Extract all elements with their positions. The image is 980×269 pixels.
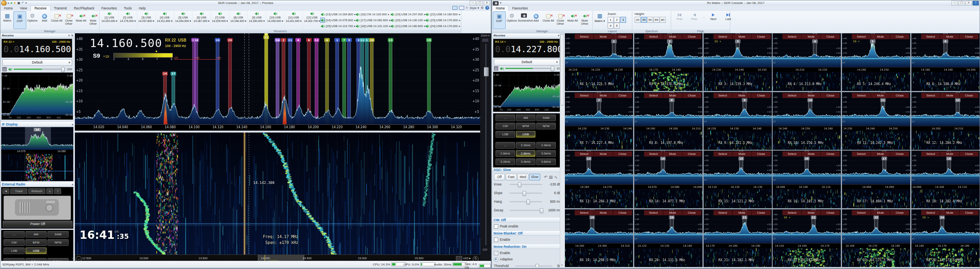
cell-close-button[interactable]: Close — [890, 34, 909, 39]
receive-panel-header[interactable]: Receive ▾ ✕ — [1, 33, 74, 38]
cell-select-button[interactable]: Select — [782, 151, 802, 156]
ribbon-button-close-other[interactable]: ▢✕Close Other — [554, 11, 566, 29]
agc-button-off[interactable]: Off — [494, 174, 505, 180]
frequency-display[interactable]: RX 22 ≡100 - 2900 Hz 0.014.160.500 — [2, 39, 72, 58]
sidebar-scrollbar[interactable]: ∨ — [560, 33, 564, 267]
page-first-button[interactable]: First — [673, 13, 686, 21]
receiver-button-4[interactable]: [4] USB14.211.500 ▾ — [156, 11, 174, 29]
collapse-icon[interactable]: ▴ — [72, 182, 73, 187]
agc-button-fast[interactable]: Fast — [506, 174, 517, 180]
hang-slider[interactable] — [510, 201, 542, 202]
cell-close-button[interactable]: Close — [960, 151, 979, 156]
cell-close-button[interactable]: Close — [682, 34, 702, 39]
matrix-cell-rx23[interactable]: SelectMuteCloseRX 23: 14.171.5 MHz — [842, 209, 910, 267]
if-spectrum-canvas[interactable] — [1, 127, 73, 150]
page-prev-button[interactable]: Prev — [688, 13, 701, 21]
cell-select-button[interactable]: Select — [782, 93, 802, 98]
matrix-cell-rx16[interactable]: SelectMuteCloseRX 16: 14.101.5 MHz — [773, 151, 841, 208]
ribbon-button-screenshot[interactable]: Screenshot — [518, 11, 530, 29]
receiver-item-22[interactable]: [22] USB 14.160.500▸ — [425, 11, 460, 17]
receiver-button-1[interactable]: [1] USB14.220.000 ▾ — [100, 11, 119, 29]
matrix-cell-rx13[interactable]: SelectMuteCloseRX 13: 14.266.3 MHz — [565, 151, 633, 208]
ribbon-button-mute-all[interactable]: ✕Mute All — [566, 11, 579, 29]
mode-button-am[interactable]: AM — [516, 115, 535, 121]
cell-select-button[interactable]: Select — [575, 210, 594, 215]
mode-button-sam[interactable]: SAM — [47, 231, 69, 238]
ribbon-button-matrix[interactable]: ▦Matrix — [1, 11, 13, 29]
receiver-button-12[interactable]: [12] USB14.202.700 ▾ — [303, 11, 321, 29]
matrix-cell-rx21[interactable]: SelectMuteCloseRX 21: 14.182.1 MHz — [704, 209, 772, 267]
agc-slider-decay[interactable]: Decay1000 ms — [494, 208, 561, 212]
mode-button-2-8khz[interactable]: 2.8kHz — [516, 150, 535, 157]
scrollbar-thumb[interactable] — [561, 34, 564, 105]
ribbon-button-options[interactable]: ⚙Options — [506, 11, 518, 29]
preset-dropdown[interactable]: Default▾ — [494, 59, 560, 65]
help-button[interactable]: ? — [973, 1, 979, 5]
agc-header[interactable]: AGC: Slow▴ — [492, 167, 564, 172]
cell-mute-button[interactable]: Mute — [663, 210, 682, 215]
speaker-icon[interactable] — [356, 12, 359, 16]
cell-mute-button[interactable]: Mute — [663, 34, 682, 39]
mode-button-3-4khz[interactable]: 3.4kHz — [516, 158, 535, 165]
tab-help[interactable]: Help — [135, 6, 149, 11]
matrix-cell-rx11[interactable]: SelectMuteCloseRX 11: 14.242.5 MHz — [842, 92, 910, 150]
receiver-button-3[interactable]: [3] USB14.237.800 ▾ — [137, 11, 156, 29]
cell-mute-button[interactable]: Mute — [733, 34, 752, 39]
receiver-item-24[interactable]: [24] USB 14.170.000▸ — [425, 23, 460, 29]
chevron-down-icon[interactable]: ▾ — [558, 34, 559, 37]
mode-button-bfm[interactable]: BFM — [25, 239, 47, 246]
cell-close-button[interactable]: Close — [682, 93, 702, 98]
agc-slider-slope[interactable]: Slope6 dB — [494, 191, 561, 195]
cell-mute-button[interactable]: Mute — [733, 151, 752, 156]
zoom-label[interactable]: Zoom ▾ — [481, 34, 490, 37]
cell-mute-button[interactable]: Mute — [802, 93, 821, 98]
cell-select-button[interactable]: Select — [921, 151, 940, 156]
ribbon-button-close-all[interactable]: ▢✕Close All — [542, 11, 554, 29]
cell-mute-button[interactable]: Mute — [594, 151, 613, 156]
zoom-option-3[interactable]: 3 — [620, 17, 626, 23]
monitor-1-icon[interactable] — [452, 6, 457, 10]
tab-tools[interactable]: Tools — [120, 6, 135, 11]
receiver-item-23[interactable]: [23] USB 14.170.000▸ — [425, 17, 460, 23]
receiver-button-11[interactable]: [11] USB14.241.000 ▾ — [285, 11, 303, 29]
matrix-cell-rx17[interactable]: SelectMuteCloseRX 17: 14.084.1 MHz — [842, 151, 910, 208]
cell-select-button[interactable]: Select — [713, 93, 733, 98]
speaker-icon[interactable] — [8, 67, 12, 71]
matrix-cell-rx10[interactable]: SelectMuteCloseRX 10: 14.250.5 MHz — [773, 92, 841, 150]
ribbon-button-close-other[interactable]: ▢✕Close Other — [63, 11, 75, 29]
speaker-icon[interactable] — [321, 18, 325, 22]
mode-button-[interactable]: ... — [4, 231, 25, 238]
cell-close-button[interactable]: Close — [821, 210, 840, 215]
frequency-display[interactable]: RX 14 ≡100 - 2900 Hz 0.014.227.800 — [493, 39, 560, 58]
matrix-cell-rx3[interactable]: SelectMuteCloseS9 +RX 3: 14.239.3 MHz — [704, 33, 772, 91]
height-option-50[interactable]: 50 — [647, 17, 653, 23]
cell-mute-button[interactable]: Mute — [663, 93, 682, 98]
speaker-icon[interactable] — [321, 12, 325, 16]
scroll-down-icon[interactable]: ∨ — [561, 264, 563, 267]
ribbon-button-mute-other[interactable]: ✕Mute Other — [579, 11, 591, 29]
cell-close-button[interactable]: Close — [960, 210, 979, 215]
ribbon-button-dsp[interactable]: ▣DSP — [493, 11, 506, 29]
cell-mute-button[interactable]: Mute — [871, 151, 890, 156]
mode-button-3-0khz[interactable]: 3.0kHz — [536, 150, 556, 157]
audio-spectrum-canvas[interactable] — [493, 72, 560, 112]
speaker-icon[interactable] — [425, 18, 429, 22]
volume-slider[interactable] — [14, 69, 65, 70]
chart-icon[interactable]: ∿ — [554, 175, 557, 179]
mode-button-sam[interactable]: SAM — [536, 115, 556, 121]
cell-mute-button[interactable]: Mute — [733, 210, 752, 215]
receiver-item-21[interactable]: [21] USB 14.180.600▸ — [390, 23, 425, 29]
mode-button-nfm[interactable]: NFM — [47, 239, 69, 246]
cell-close-button[interactable]: Close — [613, 151, 632, 156]
threshold-slider[interactable] — [515, 265, 552, 267]
receiver-item-19[interactable]: [19] USB 14.297.000▸ — [390, 11, 425, 17]
ribbon-button-options[interactable]: ⚙Options — [26, 11, 38, 29]
cell-mute-button[interactable]: Mute — [802, 34, 821, 39]
tab-favourites[interactable]: Favourites — [509, 6, 532, 11]
maximize-button[interactable]: □ — [958, 1, 965, 5]
mode-button-2-4khz[interactable]: 2.4kHz — [536, 142, 556, 149]
ext-radio-button-refresh[interactable]: Refresh — [28, 188, 45, 194]
ext-radio-button-[interactable]: ? — [54, 188, 61, 194]
chevron-down-icon[interactable]: ▾ — [68, 34, 70, 37]
cell-mute-button[interactable]: Mute — [940, 93, 960, 98]
